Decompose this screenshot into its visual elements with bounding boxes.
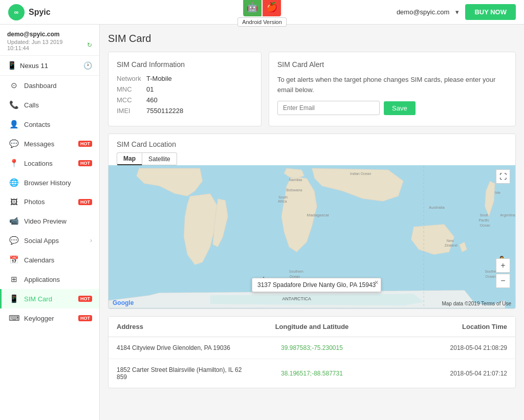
messages-hot-badge: HOT [78,141,92,147]
social-apps-nav-label: Social Apps [24,237,85,245]
svg-text:Ocean: Ocean [485,275,496,278]
keylogger-nav-icon: ⌨ [9,314,19,323]
sim-info-card-title: SIM Card Information [117,60,253,69]
sim-fields: Network T-Mobile MNC 01 MCC 460 IMEI 755… [117,75,253,115]
sidebar-item-social-apps[interactable]: 💬 Social Apps › [0,231,99,250]
sidebar-item-photos[interactable]: 🖼 Photos HOT [0,192,99,211]
keylogger-hot-badge: HOT [78,315,92,321]
user-menu-chevron[interactable]: ▾ [455,8,459,16]
header-coords: Longitude and Latitude [247,323,377,330]
locations-nav-icon: 📍 [9,159,19,168]
user-updated: Updated: Jun 13 2019 10:11:44 ↻ [7,39,92,51]
sim-info-card: SIM Card Information Network T-Mobile MN… [108,52,261,126]
clock-icon[interactable]: 🕐 [83,61,92,70]
logo-icon: ∞ [8,4,25,20]
save-button[interactable]: Save [384,101,416,115]
sim-alert-card-title: SIM Card Alert [277,60,507,69]
row-0-coords: 39.987583;-75.230015 [247,344,377,351]
sim-location-card: SIM Card Location Map Satellite [108,134,516,309]
video-preview-nav-label: Video Preview [24,217,92,225]
nav-items: ⊙ Dashboard 📞 Calls 👤 Contacts 💬 Message… [0,76,99,328]
main-content: SIM Card SIM Card Information Network T-… [100,25,524,420]
popup-close-button[interactable]: ✕ [374,279,379,286]
top-navbar: ∞ Spyic 🤖 🍎 Android Version demo@spyic.c… [0,0,524,25]
calls-nav-label: Calls [24,101,92,109]
browser-history-nav-label: Browser History [24,179,92,187]
buy-now-button[interactable]: BUY NOW [465,4,516,20]
locations-hot-badge: HOT [78,160,92,166]
sidebar-item-dashboard[interactable]: ⊙ Dashboard [0,76,99,95]
sidebar-item-video-preview[interactable]: 📹 Video Preview [0,211,99,231]
sidebar-item-calls[interactable]: 📞 Calls [0,95,99,115]
zoom-in-button[interactable]: + [496,258,510,273]
row-1-address: 1852 Carter Street Blairsville (Hamilton… [117,366,247,381]
logo-text: Spyic [29,8,51,17]
email-input-row: Save [277,101,507,115]
fullscreen-button[interactable]: ⛶ [496,169,510,184]
ios-platform-btn[interactable]: 🍎 [263,0,281,16]
table-header: Address Longitude and Latitude Location … [108,317,515,337]
photos-nav-label: Photos [24,198,71,206]
android-platform-btn[interactable]: 🤖 [243,0,261,16]
sidebar-item-keylogger[interactable]: ⌨ Keylogger HOT [0,308,99,328]
calendars-nav-label: Calendars [24,256,92,264]
svg-text:Botswana: Botswana [287,188,302,192]
keylogger-nav-label: Keylogger [24,315,71,322]
platform-switcher: 🤖 🍎 Android Version [237,0,287,27]
map-title: SIM Card Location [117,140,507,148]
sidebar-item-calendars[interactable]: 📅 Calendars [0,250,99,270]
photos-hot-badge: HOT [78,199,92,205]
sim-alert-card: SIM Card Alert To get alerts when the ta… [269,52,516,126]
sidebar-item-locations[interactable]: 📍 Locations HOT [0,153,99,173]
location-table: Address Longitude and Latitude Location … [108,316,516,388]
svg-text:Zealand: Zealand [445,244,457,247]
map-tabs: Map Satellite [117,152,507,165]
row-1-time: 2018-05-04 21:07:12 [377,370,507,377]
sim-card-nav-label: SIM Card [24,295,71,303]
row-0-address: 4184 Cityview Drive Glenolden, PA 19036 [117,344,247,351]
svg-text:Southern: Southern [289,270,303,273]
svg-text:South: South [278,195,288,199]
applications-nav-icon: ⊞ [9,275,19,284]
svg-text:Madagascar: Madagascar [307,213,330,217]
google-logo: Google [113,299,134,306]
sim-card-nav-icon: 📱 [9,294,19,303]
map-tab-map[interactable]: Map [117,152,142,165]
svg-text:Australia: Australia [429,205,445,210]
sidebar-item-sim-card[interactable]: 📱 SIM Card HOT [0,289,99,308]
sidebar-item-browser-history[interactable]: 🌐 Browser History [0,173,99,192]
logo-area: ∞ Spyic [8,4,51,20]
map-location-popup: 3137 Spadafore Drive Nanty Glo, PA 15943… [252,278,381,292]
page-title: SIM Card [108,33,516,45]
sim-field-imei: IMEI 7550112228 [117,107,253,115]
video-preview-nav-icon: 📹 [9,216,19,226]
messages-nav-icon: 💬 [9,139,19,148]
svg-text:Pacific: Pacific [478,218,489,222]
sidebar-item-messages[interactable]: 💬 Messages HOT [0,134,99,153]
messages-nav-label: Messages [24,140,71,148]
table-row: 4184 Cityview Drive Glenolden, PA 19036 … [108,337,515,359]
sidebar-item-contacts[interactable]: 👤 Contacts [0,115,99,134]
photos-nav-icon: 🖼 [9,197,19,206]
row-0-time: 2018-05-04 21:08:29 [377,344,507,351]
user-email: demo@spyic.com [7,31,92,38]
locations-nav-label: Locations [24,160,71,167]
map-attribution: Map data ©2019 Terms of Use [442,301,511,306]
sidebar-item-applications[interactable]: ⊞ Applications [0,270,99,289]
platform-label: Android Version [237,17,287,27]
device-name: 📱 Nexus 11 [7,61,48,70]
cards-row: SIM Card Information Network T-Mobile MN… [108,52,516,126]
refresh-icon[interactable]: ↻ [87,41,92,49]
row-1-coords: 38.196517;-88.587731 [247,370,377,377]
user-menu-email: demo@spyic.com [397,8,450,16]
email-input[interactable] [277,101,380,115]
device-selector[interactable]: 📱 Nexus 11 🕐 [0,56,99,76]
social-apps-nav-icon: 💬 [9,236,19,245]
main-layout: demo@spyic.com Updated: Jun 13 2019 10:1… [0,25,524,420]
svg-text:South: South [479,213,489,217]
map-tab-satellite[interactable]: Satellite [142,152,177,165]
zoom-out-button[interactable]: − [496,274,510,288]
svg-text:ANTARCTICA: ANTARCTICA [282,296,311,301]
svg-text:Argentina: Argentina [500,213,515,217]
calls-nav-icon: 📞 [9,100,19,109]
